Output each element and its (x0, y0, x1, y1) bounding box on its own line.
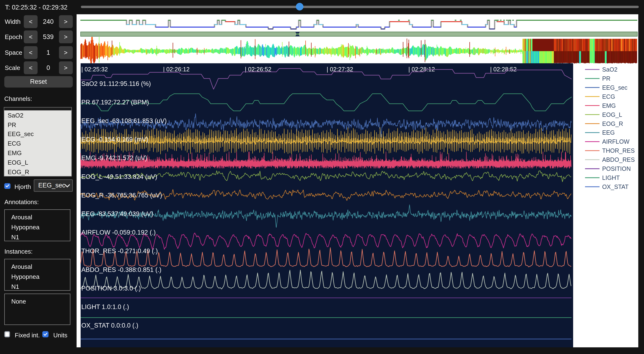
svg-text:| 02:27:32: | 02:27:32 (326, 66, 353, 73)
svg-text:EOG_L -49.51:33.824 (uV): EOG_L -49.51:33.824 (uV) (81, 173, 157, 180)
svg-text:EOG_R: EOG_R (602, 120, 623, 127)
svg-text:EMG: EMG (602, 102, 616, 109)
svg-text:ECG -0.154:0.169 (mV): ECG -0.154:0.169 (mV) (81, 136, 148, 143)
svg-text:SaO2 91.112:95.116 (%): SaO2 91.112:95.116 (%) (81, 80, 151, 87)
svg-text:THOR_RES -0.271:0.49 (.): THOR_RES -0.271:0.49 (.) (81, 247, 158, 255)
svg-text:OX_STAT 0.0:0.0 (.): OX_STAT 0.0:0.0 (.) (81, 322, 138, 329)
svg-text:OX_STAT: OX_STAT (602, 183, 628, 190)
svg-text:ABDO_RES: ABDO_RES (602, 156, 635, 163)
svg-text:EEG: EEG (602, 129, 615, 136)
svg-text:EEG -83.537:49.039 (uV): EEG -83.537:49.039 (uV) (81, 210, 153, 217)
svg-text:ECG: ECG (602, 93, 615, 100)
svg-text:PR 67.192:72.27 (BPM): PR 67.192:72.27 (BPM) (81, 99, 149, 106)
svg-text:AIRFLOW: AIRFLOW (602, 138, 630, 145)
svg-text:| 02:28:52: | 02:28:52 (490, 66, 517, 73)
svg-text:EEG_sec: EEG_sec (602, 84, 627, 91)
svg-text:ABDO_RES -0.388:0.851 (.): ABDO_RES -0.388:0.851 (.) (81, 266, 162, 273)
svg-text:| 02:25:32: | 02:25:32 (81, 66, 108, 73)
svg-text:PR: PR (602, 75, 610, 82)
svg-text:SaO2: SaO2 (602, 66, 617, 73)
svg-text:POSITION: POSITION (602, 165, 631, 172)
svg-text:| 02:26:12: | 02:26:12 (163, 66, 190, 73)
svg-text:POSITION 3.0:3.0 (.): POSITION 3.0:3.0 (.) (81, 285, 141, 292)
svg-text:| 02:28:12: | 02:28:12 (408, 66, 435, 73)
svg-text:LIGHT 1.0:1.0 (.): LIGHT 1.0:1.0 (.) (81, 303, 129, 310)
svg-text:EOG_R -36.765:36.765 (uV): EOG_R -36.765:36.765 (uV) (81, 192, 162, 199)
svg-text:| 02:26:52: | 02:26:52 (245, 66, 272, 73)
svg-text:LIGHT: LIGHT (602, 174, 620, 181)
svg-text:EEG_sec -63.108:61.853 (uV): EEG_sec -63.108:61.853 (uV) (81, 117, 167, 124)
svg-text:EMG -9.742:1.572 (uV): EMG -9.742:1.572 (uV) (81, 154, 147, 162)
svg-text:THOR_RES: THOR_RES (602, 147, 635, 154)
svg-text:EOG_L: EOG_L (602, 111, 622, 118)
svg-text:AIRFLOW -0.059:0.192 (.): AIRFLOW -0.059:0.192 (.) (81, 229, 156, 236)
